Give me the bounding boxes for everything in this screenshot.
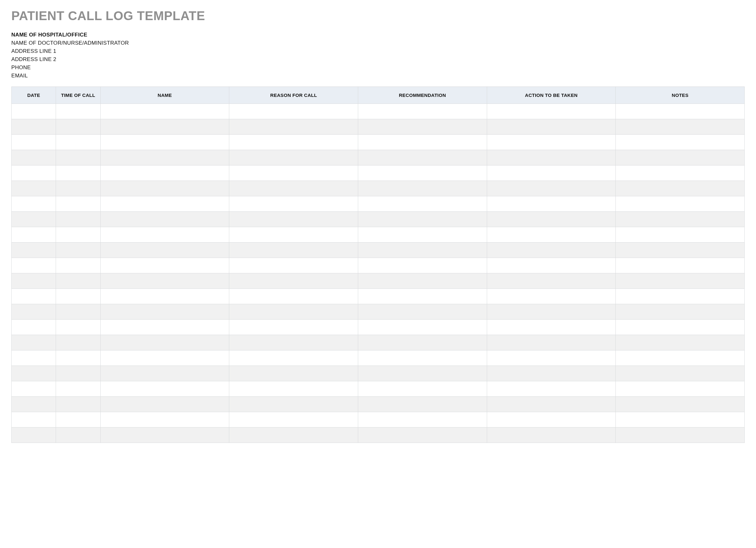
cell-recommendation[interactable] (358, 428, 487, 443)
cell-recommendation[interactable] (358, 150, 487, 165)
cell-notes[interactable] (616, 304, 745, 320)
cell-reason[interactable] (229, 366, 358, 381)
cell-reason[interactable] (229, 381, 358, 397)
cell-action[interactable] (487, 351, 616, 366)
cell-reason[interactable] (229, 258, 358, 273)
cell-time[interactable] (56, 412, 100, 428)
cell-time[interactable] (56, 165, 100, 181)
cell-notes[interactable] (616, 273, 745, 289)
cell-notes[interactable] (616, 366, 745, 381)
cell-action[interactable] (487, 428, 616, 443)
cell-reason[interactable] (229, 196, 358, 212)
cell-time[interactable] (56, 227, 100, 242)
cell-action[interactable] (487, 412, 616, 428)
cell-date[interactable] (12, 273, 56, 289)
cell-action[interactable] (487, 135, 616, 150)
cell-reason[interactable] (229, 428, 358, 443)
cell-notes[interactable] (616, 227, 745, 242)
cell-notes[interactable] (616, 258, 745, 273)
cell-date[interactable] (12, 165, 56, 181)
cell-time[interactable] (56, 335, 100, 351)
cell-action[interactable] (487, 320, 616, 335)
cell-notes[interactable] (616, 196, 745, 212)
cell-recommendation[interactable] (358, 212, 487, 227)
cell-action[interactable] (487, 181, 616, 196)
cell-time[interactable] (56, 104, 100, 119)
cell-reason[interactable] (229, 351, 358, 366)
cell-time[interactable] (56, 150, 100, 165)
cell-reason[interactable] (229, 104, 358, 119)
cell-notes[interactable] (616, 119, 745, 135)
cell-name[interactable] (100, 366, 229, 381)
hospital-name-field[interactable]: NAME OF HOSPITAL/OFFICE (11, 32, 745, 38)
address-line-1-field[interactable]: ADDRESS LINE 1 (11, 48, 745, 54)
cell-action[interactable] (487, 258, 616, 273)
cell-reason[interactable] (229, 181, 358, 196)
cell-reason[interactable] (229, 227, 358, 242)
cell-name[interactable] (100, 381, 229, 397)
cell-reason[interactable] (229, 150, 358, 165)
cell-name[interactable] (100, 351, 229, 366)
cell-name[interactable] (100, 273, 229, 289)
cell-time[interactable] (56, 320, 100, 335)
cell-recommendation[interactable] (358, 119, 487, 135)
cell-action[interactable] (487, 289, 616, 304)
cell-name[interactable] (100, 150, 229, 165)
email-field[interactable]: EMAIL (11, 73, 745, 79)
cell-recommendation[interactable] (358, 181, 487, 196)
cell-notes[interactable] (616, 135, 745, 150)
cell-action[interactable] (487, 104, 616, 119)
cell-time[interactable] (56, 428, 100, 443)
cell-date[interactable] (12, 227, 56, 242)
cell-date[interactable] (12, 104, 56, 119)
cell-date[interactable] (12, 135, 56, 150)
cell-reason[interactable] (229, 304, 358, 320)
cell-recommendation[interactable] (358, 304, 487, 320)
cell-name[interactable] (100, 119, 229, 135)
cell-action[interactable] (487, 397, 616, 412)
cell-date[interactable] (12, 289, 56, 304)
cell-time[interactable] (56, 119, 100, 135)
cell-time[interactable] (56, 366, 100, 381)
cell-date[interactable] (12, 212, 56, 227)
cell-time[interactable] (56, 351, 100, 366)
cell-recommendation[interactable] (358, 289, 487, 304)
cell-action[interactable] (487, 227, 616, 242)
cell-date[interactable] (12, 351, 56, 366)
phone-field[interactable]: PHONE (11, 64, 745, 71)
cell-time[interactable] (56, 242, 100, 258)
cell-date[interactable] (12, 412, 56, 428)
cell-recommendation[interactable] (358, 258, 487, 273)
cell-date[interactable] (12, 381, 56, 397)
cell-date[interactable] (12, 428, 56, 443)
cell-time[interactable] (56, 381, 100, 397)
cell-reason[interactable] (229, 289, 358, 304)
cell-name[interactable] (100, 258, 229, 273)
cell-time[interactable] (56, 135, 100, 150)
address-line-2-field[interactable]: ADDRESS LINE 2 (11, 56, 745, 63)
cell-notes[interactable] (616, 289, 745, 304)
cell-recommendation[interactable] (358, 242, 487, 258)
cell-action[interactable] (487, 381, 616, 397)
cell-name[interactable] (100, 196, 229, 212)
cell-recommendation[interactable] (358, 335, 487, 351)
cell-recommendation[interactable] (358, 135, 487, 150)
staff-name-field[interactable]: NAME OF DOCTOR/NURSE/ADMINISTRATOR (11, 40, 745, 46)
cell-recommendation[interactable] (358, 397, 487, 412)
cell-action[interactable] (487, 242, 616, 258)
cell-time[interactable] (56, 212, 100, 227)
cell-action[interactable] (487, 335, 616, 351)
cell-action[interactable] (487, 196, 616, 212)
cell-reason[interactable] (229, 397, 358, 412)
cell-date[interactable] (12, 397, 56, 412)
cell-recommendation[interactable] (358, 381, 487, 397)
cell-date[interactable] (12, 258, 56, 273)
cell-name[interactable] (100, 104, 229, 119)
cell-reason[interactable] (229, 135, 358, 150)
cell-notes[interactable] (616, 104, 745, 119)
cell-reason[interactable] (229, 165, 358, 181)
cell-action[interactable] (487, 304, 616, 320)
cell-notes[interactable] (616, 165, 745, 181)
cell-reason[interactable] (229, 335, 358, 351)
cell-name[interactable] (100, 289, 229, 304)
